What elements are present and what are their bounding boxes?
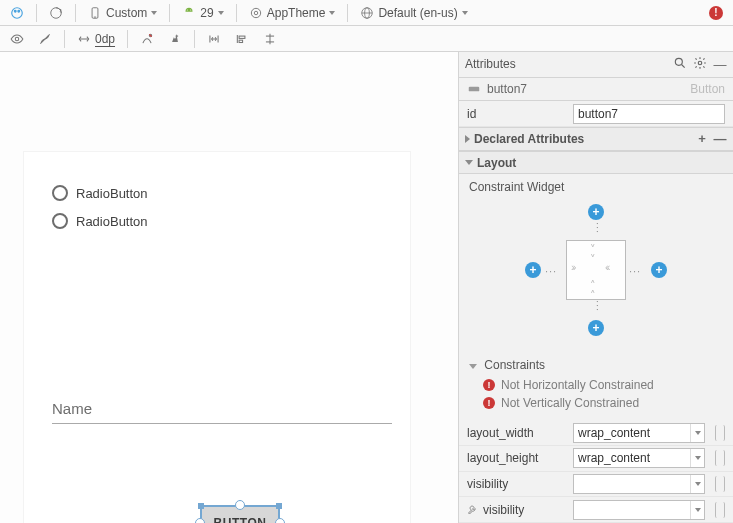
svg-point-6 xyxy=(187,9,188,10)
constraint-handle-right[interactable] xyxy=(275,518,285,523)
constraints-heading[interactable]: Constraints xyxy=(469,358,723,372)
binding-slot[interactable] xyxy=(715,502,725,518)
clear-constraints-icon[interactable] xyxy=(134,28,160,50)
layout-height-combo[interactable]: wrap_content xyxy=(573,448,705,468)
svg-point-2 xyxy=(18,10,20,12)
visibility-combo[interactable] xyxy=(573,474,705,494)
chevron-down-icon[interactable] xyxy=(690,501,704,519)
constraint-widget-box[interactable] xyxy=(566,240,626,300)
locale-label: Default (en-us) xyxy=(378,6,457,20)
constraints-label: Constraints xyxy=(484,358,545,372)
svg-line-28 xyxy=(682,65,685,68)
svg-rect-30 xyxy=(469,87,480,92)
add-constraint-right[interactable]: + xyxy=(651,262,667,278)
layout-body: Constraint Widget ˅˅ ˄˄ ›› ‹‹ ··· ··· ··… xyxy=(459,174,733,354)
chevron-down-icon[interactable] xyxy=(690,449,704,467)
svg-rect-23 xyxy=(239,40,243,42)
device-label: Custom xyxy=(106,6,147,20)
selected-button[interactable]: BUTTON xyxy=(202,507,278,523)
theme-combo[interactable]: AppTheme xyxy=(243,2,342,24)
attributes-title: Attributes xyxy=(465,57,667,71)
expand-icon xyxy=(465,160,473,165)
warning-horizontal[interactable]: ! Not Horizontally Constrained xyxy=(469,376,723,394)
declared-attributes-section[interactable]: Declared Attributes + — xyxy=(459,127,733,151)
section-title: Declared Attributes xyxy=(474,132,584,146)
section-title: Layout xyxy=(477,156,516,170)
minimize-icon[interactable]: — xyxy=(713,57,727,71)
design-toolbar-bottom: 0dp xyxy=(0,26,733,52)
radio-button-1[interactable]: RadioButton xyxy=(52,185,148,201)
constraint-handle-left[interactable] xyxy=(195,518,205,523)
name-hint: Name xyxy=(52,400,92,417)
pack-icon[interactable] xyxy=(201,28,227,50)
device-combo[interactable]: Custom xyxy=(82,2,163,24)
radio-button-2[interactable]: RadioButton xyxy=(52,213,148,229)
visibility-row: visibility xyxy=(459,472,733,498)
dots-icon: ··· xyxy=(545,265,557,277)
add-constraint-bottom[interactable]: + xyxy=(588,320,604,336)
error-icon: ! xyxy=(483,379,495,391)
orientation-icon[interactable] xyxy=(43,2,69,24)
chevron-icon: ›› xyxy=(571,262,574,272)
layout-section[interactable]: Layout xyxy=(459,151,733,175)
chevron-down-icon[interactable] xyxy=(690,475,704,493)
design-toolbar-top: Custom 29 AppTheme Default (en-us) ! xyxy=(0,0,733,26)
resize-handle-tl[interactable] xyxy=(198,503,204,509)
tools-visibility-label: visibility xyxy=(483,503,524,517)
search-icon[interactable] xyxy=(673,56,687,73)
svg-line-14 xyxy=(40,34,49,43)
component-type: Button xyxy=(690,82,725,96)
prop-label: visibility xyxy=(467,477,567,491)
gear-icon[interactable] xyxy=(693,56,707,73)
svg-point-29 xyxy=(698,61,702,65)
default-margin-combo[interactable]: 0dp xyxy=(71,28,121,50)
warning-vertical[interactable]: ! Not Vertically Constrained xyxy=(469,394,723,412)
id-input[interactable]: button7 xyxy=(573,104,725,124)
svg-point-9 xyxy=(254,11,258,15)
palette-icon[interactable] xyxy=(4,2,30,24)
tools-visibility-row: visibility xyxy=(459,497,733,523)
add-constraint-left[interactable]: + xyxy=(525,262,541,278)
warnings-icon[interactable]: ! xyxy=(703,2,729,24)
view-options-icon[interactable] xyxy=(4,28,30,50)
infer-constraints-icon[interactable] xyxy=(162,28,188,50)
guidelines-icon[interactable] xyxy=(257,28,283,50)
attributes-header: Attributes — xyxy=(459,52,733,78)
chevron-down-icon xyxy=(151,11,157,15)
theme-label: AppTheme xyxy=(267,6,326,20)
api-combo[interactable]: 29 xyxy=(176,2,229,24)
resize-handle-tr[interactable] xyxy=(276,503,282,509)
prop-value: wrap_content xyxy=(578,451,650,465)
device-frame: RadioButton RadioButton Name BUTTON xyxy=(24,152,410,523)
button-label: BUTTON xyxy=(214,516,267,523)
align-icon[interactable] xyxy=(229,28,255,50)
svg-rect-22 xyxy=(239,36,245,38)
binding-slot[interactable] xyxy=(715,450,725,466)
add-constraint-top[interactable]: + xyxy=(588,204,604,220)
name-textfield[interactable]: Name xyxy=(52,400,392,424)
chevron-down-icon xyxy=(329,11,335,15)
design-canvas[interactable]: RadioButton RadioButton Name BUTTON xyxy=(0,52,458,523)
binding-slot[interactable] xyxy=(715,476,725,492)
layout-width-combo[interactable]: wrap_content xyxy=(573,423,705,443)
layout-height-row: layout_height wrap_content xyxy=(459,446,733,472)
wrench-icon xyxy=(467,504,479,516)
svg-point-13 xyxy=(15,37,19,41)
component-crumb[interactable]: button7 Button xyxy=(459,78,733,102)
layout-width-row: layout_width wrap_content xyxy=(459,420,733,446)
constraint-handle-top[interactable] xyxy=(235,500,245,510)
warning-text: Not Horizontally Constrained xyxy=(501,378,654,392)
locale-combo[interactable]: Default (en-us) xyxy=(354,2,473,24)
chevron-icon: ˄˄ xyxy=(590,280,596,300)
chevron-down-icon xyxy=(218,11,224,15)
constraint-widget[interactable]: ˅˅ ˄˄ ›› ‹‹ ··· ··· ··· ··· + + + + xyxy=(511,200,681,340)
remove-attribute-icon[interactable]: — xyxy=(713,132,727,146)
chevron-icon: ‹‹ xyxy=(605,262,608,272)
chevron-down-icon[interactable] xyxy=(690,424,704,442)
api-label: 29 xyxy=(200,6,213,20)
prop-label: layout_width xyxy=(467,426,567,440)
binding-slot[interactable] xyxy=(715,425,725,441)
tools-visibility-combo[interactable] xyxy=(573,500,705,520)
add-attribute-icon[interactable]: + xyxy=(695,132,709,146)
autoconnect-icon[interactable] xyxy=(32,28,58,50)
